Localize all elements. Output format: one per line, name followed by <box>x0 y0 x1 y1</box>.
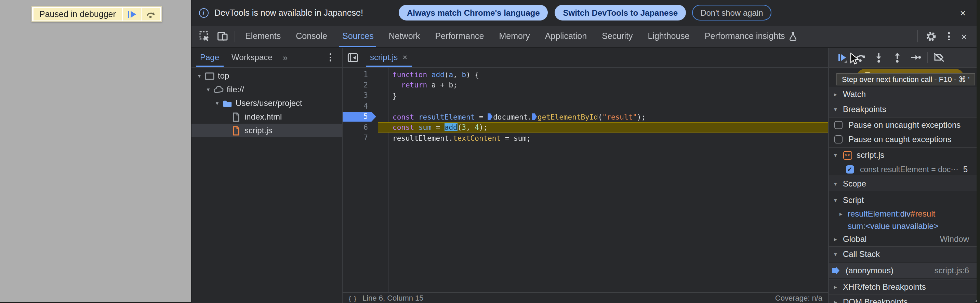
settings-gear-icon[interactable] <box>922 31 940 42</box>
editor-tab-close-icon[interactable]: × <box>402 52 407 62</box>
pause-option-checkbox[interactable] <box>834 135 842 143</box>
line-gutter[interactable]: 2 <box>343 79 388 90</box>
tab-page[interactable]: Page <box>194 48 225 67</box>
pause-option[interactable]: Pause on uncaught exceptions <box>829 117 977 132</box>
section-dom-breakpoints[interactable]: ▸ DOM Breakpoints <box>829 295 977 303</box>
line-gutter[interactable]: 3 <box>343 90 388 101</box>
line-gutter[interactable]: 5 <box>343 111 388 122</box>
more-tabs-chevron[interactable]: » <box>279 48 292 67</box>
tree-item-file-[interactable]: ▾file:// <box>191 82 342 96</box>
code-line-5[interactable]: 5const resultElement = document.getEleme… <box>343 111 828 122</box>
infobar-action-button[interactable]: Always match Chrome's language <box>399 5 548 21</box>
tree-item-top[interactable]: ▾top <box>191 69 342 82</box>
tab-elements[interactable]: Elements <box>238 25 288 47</box>
code-line-6[interactable]: 6const sum = add(3, 4); <box>343 122 828 133</box>
line-gutter[interactable]: 7 <box>343 133 388 143</box>
expander-right-icon[interactable]: ▸ <box>840 210 848 217</box>
dont-show-again-button[interactable]: Don't show again <box>692 5 771 21</box>
chevron-down-icon: ▾ <box>834 197 843 204</box>
inline-breakpoint-widget-icon[interactable] <box>488 113 492 120</box>
scope-script-label: Script <box>843 195 864 205</box>
pretty-print-icon[interactable]: { } <box>349 295 357 302</box>
section-call-stack[interactable]: ▾ Call Stack <box>829 247 977 262</box>
resume-script-button[interactable] <box>123 8 141 20</box>
resume-icon <box>128 11 136 17</box>
scope-global-section[interactable]: ▸ Global Window <box>829 232 977 246</box>
section-breakpoints[interactable]: ▾ Breakpoints <box>829 102 977 117</box>
expander-down-icon[interactable]: ▾ <box>204 86 212 93</box>
tab-network[interactable]: Network <box>381 25 428 47</box>
step-button[interactable] <box>907 50 925 65</box>
infobar-close-icon[interactable]: × <box>958 7 968 19</box>
tree-item-index-html[interactable]: index.html <box>191 110 342 124</box>
code-line-1[interactable]: 1function add(a, b) { <box>343 69 828 79</box>
token-plain: ( <box>444 70 449 79</box>
tab-workspace[interactable]: Workspace <box>225 48 279 67</box>
infobar-action-button[interactable]: Switch DevTools to Japanese <box>555 5 686 21</box>
tab-lighthouse[interactable]: Lighthouse <box>640 25 697 47</box>
line-number: 4 <box>363 101 368 111</box>
section-watch[interactable]: ▸ Watch <box>829 87 977 102</box>
pause-option[interactable]: Pause on caught exceptions <box>829 132 977 146</box>
tab-console[interactable]: Console <box>288 25 335 47</box>
scope-global-value: Window <box>940 234 972 244</box>
tab-label: Security <box>602 32 633 41</box>
call-stack-frame[interactable]: (anonymous) script.js:6 <box>829 263 977 278</box>
line-gutter[interactable]: 6 <box>343 122 388 133</box>
expander-down-icon[interactable]: ▾ <box>195 72 204 79</box>
tab-performance[interactable]: Performance <box>428 25 492 47</box>
paused-in-debugger-toast: Paused in debugger <box>32 6 162 22</box>
expander-down-icon[interactable]: ▾ <box>213 100 221 106</box>
token-plain: } <box>393 92 397 100</box>
step-into-button[interactable] <box>870 50 888 65</box>
navigator-more-options-icon[interactable] <box>324 52 336 63</box>
inspect-element-button[interactable] <box>196 25 214 47</box>
section-scope[interactable]: ▾ Scope <box>829 176 977 191</box>
resume-button[interactable] <box>833 50 851 65</box>
line-gutter[interactable]: 4 <box>343 101 388 111</box>
step-out-button[interactable] <box>888 50 907 65</box>
code-line-4[interactable]: 4 <box>343 101 828 111</box>
tab-security[interactable]: Security <box>594 25 640 47</box>
tab-label: Application <box>545 32 587 41</box>
code-editor[interactable]: 1function add(a, b) {2 return a + b;3}45… <box>343 68 828 292</box>
section-xhr-breakpoints[interactable]: ▸ XHR/fetch Breakpoints <box>829 279 977 294</box>
more-options-kebab-icon[interactable] <box>942 31 955 42</box>
line-gutter[interactable]: 1 <box>343 69 388 79</box>
cloud-icon <box>213 86 223 94</box>
code-line-7[interactable]: 7resultElement.textContent = sum; <box>343 133 828 143</box>
tree-item-label: script.js <box>245 126 272 135</box>
scope-variable-resultElement[interactable]: ▸resultElement: div#result <box>829 208 977 220</box>
tree-item-label: file:// <box>227 85 244 94</box>
inline-breakpoint-widget-icon[interactable] <box>532 113 537 120</box>
editor-tab-scriptjs[interactable]: script.js × <box>363 48 414 67</box>
screen: Paused in debugger i DevTools is now ava… <box>0 0 980 303</box>
code-line-2[interactable]: 2 return a + b; <box>343 79 828 90</box>
navigator-kebab-wrap <box>324 48 342 67</box>
code-line-3[interactable]: 3} <box>343 90 828 101</box>
device-toolbar-button[interactable] <box>214 25 231 47</box>
tree-item-users-user-project[interactable]: ▾Users/user/project <box>191 96 342 110</box>
scope-script-section[interactable]: ▾ Script <box>829 193 977 208</box>
step-over-toast-button[interactable] <box>142 8 161 20</box>
call-stack-label: Call Stack <box>843 249 880 259</box>
script-file-icon: <> <box>843 151 852 160</box>
tree-item-script-js[interactable]: script.js <box>191 124 342 137</box>
breakpoint-entry[interactable]: ✓ const resultElement = doc⋯ 5 <box>829 163 977 176</box>
tab-memory[interactable]: Memory <box>492 25 538 47</box>
tab-performance-insights[interactable]: Performance insights <box>697 25 804 47</box>
token-plain: = sum; <box>501 134 531 142</box>
pause-option-checkbox[interactable] <box>834 121 842 129</box>
breakpoint-marker[interactable] <box>343 112 376 122</box>
deactivate-breakpoints-button[interactable] <box>930 50 948 65</box>
toggle-navigator-icon[interactable] <box>343 48 363 67</box>
divider <box>829 262 977 262</box>
breakpoint-group-scriptjs[interactable]: ▾ <> script.js <box>829 148 977 163</box>
scope-variable-sum[interactable]: sum: <value unavailable> <box>829 220 977 232</box>
token-method: textContent <box>453 134 501 142</box>
breakpoint-checkbox[interactable]: ✓ <box>846 165 854 173</box>
tab-application[interactable]: Application <box>538 25 594 47</box>
devtools-close-icon[interactable]: × <box>958 32 970 42</box>
variable-name: resultElement: <box>848 209 900 219</box>
tab-sources[interactable]: Sources <box>335 25 381 47</box>
